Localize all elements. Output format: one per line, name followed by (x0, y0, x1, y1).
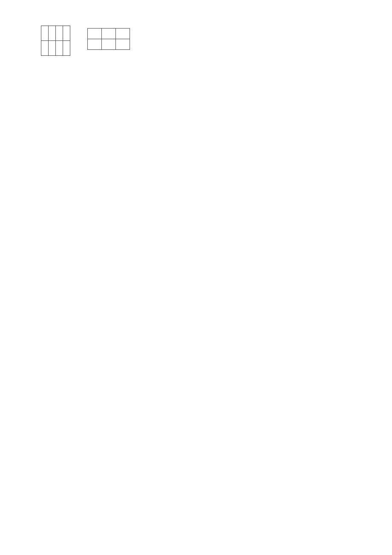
employee-table (41, 26, 70, 56)
tables-container (24, 26, 355, 56)
department-table (87, 28, 130, 50)
table-cell (116, 39, 130, 50)
table-cell (102, 39, 116, 50)
table-cell (49, 26, 56, 41)
table-cell (41, 26, 49, 41)
table-cell (63, 41, 70, 56)
table-cell (63, 26, 70, 41)
table-cell (56, 26, 63, 41)
table-header-cell (116, 29, 130, 39)
table-header-cell (88, 29, 102, 39)
table-cell (56, 41, 63, 56)
table-cell (41, 41, 49, 56)
table-header-cell (102, 29, 116, 39)
table-cell (88, 39, 102, 50)
table-cell (49, 41, 56, 56)
